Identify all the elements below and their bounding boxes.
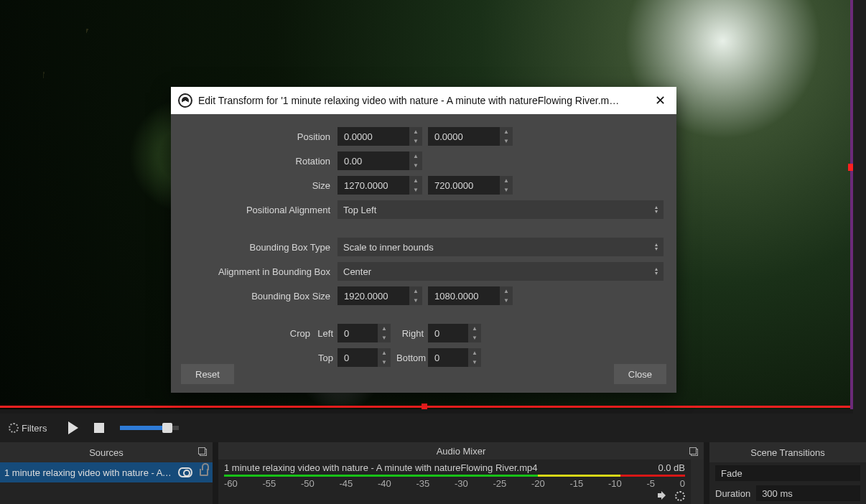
bbox-type-value: Scale to inner bounds (343, 242, 434, 253)
crop-left-spinner[interactable] (378, 324, 391, 342)
audio-meter (224, 475, 685, 477)
stop-button[interactable] (94, 423, 104, 433)
speaker-icon[interactable] (658, 491, 668, 500)
crop-left-input[interactable] (337, 324, 378, 342)
rotation-spinner[interactable] (409, 151, 422, 170)
filters-button[interactable]: Filters (3, 420, 52, 437)
sources-panel: Sources 1 minute relaxing video with nat… (0, 442, 213, 504)
reset-button[interactable]: Reset (181, 364, 234, 384)
seek-slider[interactable] (120, 426, 179, 430)
label-position: Position (182, 131, 337, 142)
eye-icon[interactable] (178, 467, 192, 477)
transitions-header: Scene Transitions (709, 442, 866, 462)
crop-right-spinner[interactable] (468, 324, 481, 342)
popout-icon[interactable] (198, 447, 208, 457)
mixer-level-db: 0.0 dB (658, 462, 685, 473)
duration-label: Duration (715, 488, 750, 499)
seek-thumb[interactable] (162, 423, 172, 433)
positional-alignment-select[interactable]: Top Left ▴▾ (337, 200, 664, 219)
mixer-title: Audio Mixer (437, 446, 486, 457)
source-item-name: 1 minute relaxing video with nature - A … (4, 467, 174, 478)
label-crop-bottom: Bottom (396, 353, 428, 363)
transition-value: Fade (721, 468, 742, 479)
popout-icon[interactable] (689, 447, 699, 457)
dialog-title: Edit Transform for '1 minute relaxing vi… (198, 95, 643, 106)
bbox-w-spinner[interactable] (409, 286, 422, 305)
mixer-scrollbar[interactable] (691, 459, 704, 504)
chevron-updown-icon: ▴▾ (655, 205, 658, 214)
position-y-spinner[interactable] (500, 127, 513, 146)
bbox-w-input[interactable] (337, 286, 409, 305)
mixer-header: Audio Mixer (218, 442, 704, 459)
close-icon[interactable]: ✕ (643, 87, 676, 114)
label-rotation: Rotation (182, 156, 337, 167)
sources-title: Sources (89, 447, 124, 458)
rotation-input[interactable] (337, 151, 409, 170)
bbox-type-select[interactable]: Scale to inner bounds ▴▾ (337, 238, 664, 256)
chevron-updown-icon: ▴▾ (655, 267, 658, 276)
transitions-title: Scene Transitions (750, 447, 824, 458)
play-button[interactable] (68, 421, 78, 434)
label-crop: Crop (182, 328, 317, 339)
scene-transitions-panel: Scene Transitions Fade Duration 300 ms (709, 442, 866, 504)
transform-handle-bottom[interactable] (422, 403, 427, 409)
label-crop-right: Right (396, 328, 428, 339)
label-crop-left: Left (317, 328, 337, 339)
chevron-updown-icon: ▴▾ (655, 243, 658, 251)
bbox-h-spinner[interactable] (500, 286, 513, 305)
position-y-input[interactable] (428, 127, 500, 146)
position-x-spinner[interactable] (409, 127, 422, 146)
audio-ticks: -60-55-50-45-40-35-30-25-20-15-10-50 (224, 478, 685, 489)
stop-icon (94, 423, 104, 433)
close-button[interactable]: Close (614, 364, 666, 384)
label-align-in-bbox: Alignment in Bounding Box (182, 266, 337, 277)
label-positional-alignment: Positional Alignment (182, 205, 337, 215)
obs-icon (178, 93, 192, 108)
gear-icon (9, 423, 19, 433)
position-x-input[interactable] (337, 127, 409, 146)
edit-transform-dialog: Edit Transform for '1 minute relaxing vi… (171, 87, 676, 393)
label-bbox-size: Bounding Box Size (182, 291, 337, 302)
size-w-input[interactable] (337, 176, 409, 195)
seek-fill (120, 426, 166, 430)
audio-mixer-panel: Audio Mixer 1 minute relaxing video with… (218, 442, 704, 504)
duration-input[interactable]: 300 ms (756, 485, 860, 501)
lock-icon[interactable] (200, 469, 208, 476)
mixer-track-name: 1 minute relaxing video with nature - A … (224, 462, 658, 473)
bbox-h-input[interactable] (428, 286, 500, 305)
duration-value: 300 ms (762, 488, 793, 499)
label-bbox-type: Bounding Box Type (182, 242, 337, 253)
size-h-spinner[interactable] (500, 176, 513, 195)
source-item[interactable]: 1 minute relaxing video with nature - A … (0, 462, 213, 482)
size-w-spinner[interactable] (409, 176, 422, 195)
transition-select[interactable]: Fade (715, 465, 860, 481)
preview-control-bar: Filters (0, 414, 866, 442)
gear-icon[interactable] (675, 491, 685, 501)
label-crop-top: Top (317, 353, 337, 363)
label-size: Size (182, 180, 337, 191)
play-icon (68, 421, 78, 434)
dialog-titlebar[interactable]: Edit Transform for '1 minute relaxing vi… (171, 87, 676, 114)
size-h-input[interactable] (428, 176, 500, 195)
filters-label: Filters (22, 423, 47, 434)
align-in-bbox-value: Center (343, 266, 371, 277)
sources-header: Sources (0, 442, 213, 462)
align-in-bbox-select[interactable]: Center ▴▾ (337, 262, 664, 281)
positional-alignment-value: Top Left (343, 205, 376, 215)
crop-right-input[interactable] (428, 324, 468, 342)
